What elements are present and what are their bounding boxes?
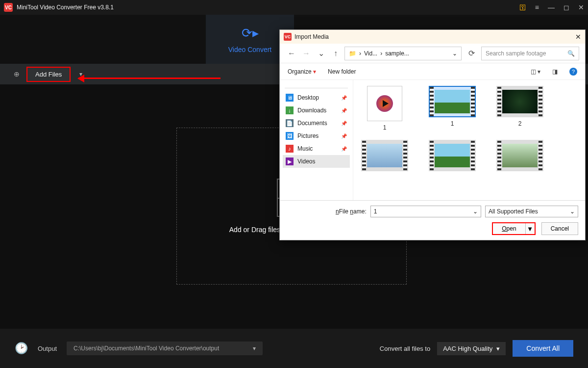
breadcrumb[interactable]: 📁 ›Vid... ›sample... ⌄ [344,47,462,60]
sidebar-item-documents[interactable]: 📄Documents📌 [283,117,350,130]
pin-icon: 📌 [341,146,347,152]
tab-label: Video Convert [228,46,271,53]
pin-icon: 📌 [341,133,347,139]
convert-all-label: Convert all files to [380,345,430,352]
output-path-select[interactable]: C:\Users\bj\Documents\MiniTool Video Con… [67,342,263,355]
convert-icon: ⟳▸ [242,26,259,41]
file-name-input[interactable]: 1⌄ [370,206,481,217]
search-icon: 🔍 [567,50,575,57]
up-button[interactable]: ↑ [330,49,342,58]
cancel-button[interactable]: Cancel [541,222,578,235]
new-folder-button[interactable]: New folder [328,68,356,75]
close-app-button[interactable]: ✕ [578,3,584,11]
chevron-down-icon: ⌄ [570,208,575,215]
sidebar-item-music[interactable]: ♪Music📌 [283,142,350,155]
menu-icon[interactable]: ≡ [535,3,539,11]
add-files-button[interactable]: Add Files [26,67,71,82]
search-placeholder: Search sample footage [486,50,546,57]
dialog-title: Import Media [294,33,329,40]
search-input[interactable]: Search sample footage 🔍 [481,47,579,60]
minimize-button[interactable]: — [548,3,555,11]
file-item[interactable] [359,140,410,171]
open-dropdown[interactable]: ▼ [526,223,535,234]
back-button[interactable]: ← [286,49,297,58]
view-mode-icon[interactable]: ◫ ▾ [531,68,540,75]
file-name-label: nFile name: [336,208,367,215]
help-icon[interactable]: ? [569,68,577,76]
recent-button[interactable]: ⌄ [315,49,327,58]
format-value: AAC High Quality [443,345,492,352]
dialog-footer: nFile name: 1⌄ All Supported Files⌄ Open… [280,200,585,240]
sidebar-item-downloads[interactable]: ↓Downloads📌 [283,104,350,117]
dialog-toolbar: Organize ▾ New folder ◫ ▾ ◨ ? [280,63,585,80]
add-files-label: Add Files [35,71,62,78]
sidebar-item-desktop[interactable]: 🖥Desktop📌 [283,91,350,104]
dialog-nav: ← → ⌄ ↑ 📁 ›Vid... ›sample... ⌄ ⟳ Search … [280,44,585,63]
file-name: 2 [518,120,522,127]
clock-icon[interactable]: 🕑 [15,342,28,355]
convert-all-button[interactable]: Convert All [513,340,573,357]
pin-icon: 📌 [341,95,347,101]
app-title: MiniTool Video Converter Free v3.8.1 [17,4,114,11]
pin-icon: 📌 [341,121,347,126]
file-item[interactable] [494,140,545,171]
output-label: Output [38,345,57,352]
file-item[interactable]: 1 [359,86,410,131]
file-item[interactable] [427,140,478,171]
dialog-sidebar: 🖥Desktop📌 ↓Downloads📌 📄Documents📌 🖼Pictu… [280,80,353,200]
output-path-text: C:\Users\bj\Documents\MiniTool Video Con… [74,345,219,352]
open-button[interactable]: Open [493,223,525,234]
pin-icon: 📌 [341,108,347,113]
format-select[interactable]: AAC High Quality ▾ [437,342,506,355]
chevron-down-icon: ⌄ [473,208,478,215]
chevron-down-icon: ▾ [253,345,256,352]
file-item[interactable]: 2 [494,86,545,131]
title-bar: VC MiniTool Video Converter Free v3.8.1 … [0,0,588,15]
app-logo-small: VC [284,33,292,41]
refresh-button[interactable]: ⟳ [465,49,478,58]
chevron-down-icon: ▾ [496,345,500,352]
organize-menu[interactable]: Organize ▾ [288,68,316,75]
forward-button[interactable]: → [300,49,312,58]
key-icon[interactable]: ⚿ [519,3,526,11]
sidebar-item-videos[interactable]: ▶Videos [283,155,350,168]
annotation-arrow [78,78,220,79]
file-type-filter[interactable]: All Supported Files⌄ [485,206,578,217]
preview-pane-icon[interactable]: ◨ [552,68,558,75]
file-grid: 1 1 2 [353,80,585,200]
app-logo: VC [4,3,13,12]
maximize-button[interactable]: ◻ [564,3,569,11]
folder-icon: 📁 [349,50,356,57]
file-dialog: VC Import Media ✕ ← → ⌄ ↑ 📁 ›Vid... ›sam… [279,29,586,240]
file-name: 1 [383,124,387,131]
dialog-title-bar: VC Import Media ✕ [280,30,585,44]
file-item[interactable]: 1 [427,86,478,131]
chevron-down-icon: ⌄ [452,50,457,57]
dialog-close-button[interactable]: ✕ [575,33,581,41]
open-button-group: Open ▼ [492,222,535,235]
file-name: 1 [451,120,454,127]
add-folder-icon[interactable]: ⊕ [14,70,20,78]
footer-bar: 🕑 Output C:\Users\bj\Documents\MiniTool … [0,329,588,368]
sidebar-item-pictures[interactable]: 🖼Pictures📌 [283,130,350,142]
